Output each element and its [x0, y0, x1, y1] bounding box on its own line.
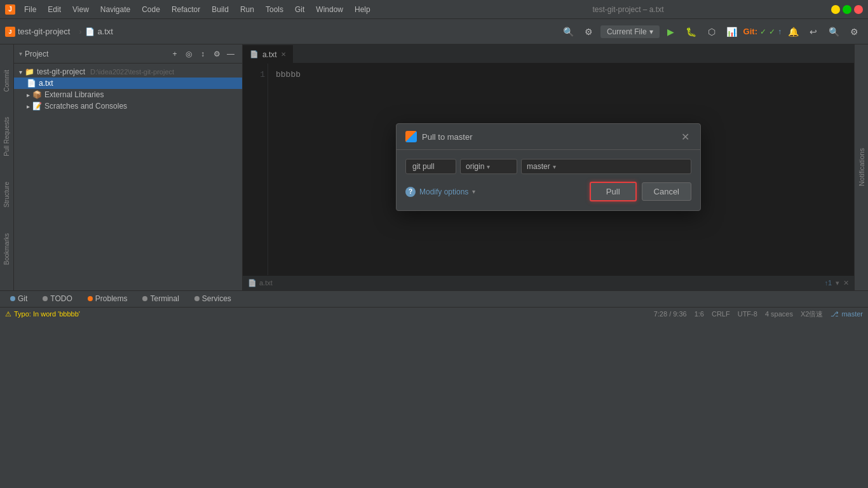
project-settings-button[interactable]: ⚙	[210, 48, 223, 60]
status-zoom: X2倍速	[801, 309, 823, 319]
cancel-button[interactable]: Cancel	[642, 182, 691, 201]
menu-window[interactable]: Window	[311, 4, 348, 15]
current-file-dropdown[interactable]: Current File ▾	[600, 25, 660, 38]
branch-value: master	[527, 162, 550, 171]
tree-item-external[interactable]: ▸ 📦 External Libraries	[14, 89, 242, 100]
status-indent[interactable]: 4 spaces	[765, 310, 793, 318]
bottom-tab-problems[interactable]: Problems	[83, 293, 133, 304]
status-branch[interactable]: ⎇ master	[831, 310, 863, 318]
project-tree: ▾ 📁 test-git-project D:\idea2022\test-gi…	[14, 64, 242, 290]
main-toolbar: J test-git-project › 📄 a.txt 🔍 ⚙ Current…	[0, 19, 868, 44]
remote-chevron-icon: ▾	[487, 163, 490, 170]
pull-button[interactable]: Pull	[590, 182, 637, 201]
tree-expand-icon: ▾	[19, 69, 22, 76]
minimize-button[interactable]	[831, 5, 840, 14]
project-panel-actions: + ◎ ↕ ⚙ —	[168, 48, 237, 60]
toolbar-project-name: test-git-project	[18, 27, 70, 36]
tree-item-root[interactable]: ▾ 📁 test-git-project D:\idea2022\test-gi…	[14, 66, 242, 78]
terminal-tab-dot	[142, 296, 147, 301]
dialog-overlay: Pull to master ✕ git pull origin ▾ maste…	[243, 44, 854, 290]
modify-options-label: Modify options	[419, 187, 468, 196]
debug-button[interactable]: 🐛	[682, 23, 700, 41]
bookmarks-panel-label[interactable]: Bookmarks	[3, 233, 10, 265]
coverage-button[interactable]: ⬡	[703, 23, 721, 41]
window-controls	[831, 5, 863, 14]
notifications-label[interactable]: Notifications	[858, 148, 865, 186]
left-panel-labels: Commit Pull Requests Structure Bookmarks	[0, 44, 14, 290]
dialog-title: Pull to master	[422, 132, 674, 142]
menu-refactor[interactable]: Refactor	[166, 4, 205, 15]
dialog-buttons: Pull Cancel	[590, 182, 691, 201]
services-tab-label: Services	[202, 294, 231, 303]
menu-help[interactable]: Help	[349, 4, 376, 15]
modify-options-button[interactable]: ? Modify options ▾	[405, 187, 475, 197]
settings2-button[interactable]: ⚙	[845, 23, 863, 41]
run-button[interactable]: ▶	[662, 23, 680, 41]
project-expand-button[interactable]: ↕	[196, 48, 209, 60]
menu-code[interactable]: Code	[137, 4, 165, 15]
tree-scratches-expand-icon: ▸	[27, 103, 30, 110]
branch-dropdown[interactable]: master ▾	[521, 159, 691, 174]
remote-dropdown[interactable]: origin ▾	[460, 159, 517, 174]
notification-button[interactable]: 🔔	[784, 23, 802, 41]
current-file-chevron-icon: ▾	[649, 27, 653, 36]
status-bar: ⚠ Typo: In word 'bbbbb' 7:28 / 9:36 1:6 …	[0, 307, 868, 321]
title-bar: J File Edit View Navigate Code Refactor …	[0, 0, 868, 19]
terminal-tab-label: Terminal	[150, 294, 179, 303]
commit-panel-label[interactable]: Commit	[3, 70, 10, 92]
git-command-label: git pull	[405, 159, 456, 174]
status-encoding[interactable]: CRLF	[712, 310, 730, 318]
right-sidebar: Notifications	[854, 44, 868, 290]
menu-file[interactable]: File	[19, 4, 41, 15]
menu-edit[interactable]: Edit	[43, 4, 66, 15]
status-position[interactable]: 1:6	[695, 310, 704, 318]
git-tab-label: Git	[18, 294, 27, 303]
project-panel: ▾ Project + ◎ ↕ ⚙ — ▾ 📁 test-git-project…	[14, 44, 243, 290]
modify-options-icon: ?	[405, 187, 416, 197]
tree-scratches-label: Scratches and Consoles	[44, 102, 127, 111]
menu-git[interactable]: Git	[290, 4, 309, 15]
menu-run[interactable]: Run	[235, 4, 259, 15]
bottom-tab-git[interactable]: Git	[5, 293, 32, 304]
settings-button[interactable]: ⚙	[580, 23, 598, 41]
search-button[interactable]: 🔍	[825, 23, 843, 41]
git-label-icon: Git:	[743, 27, 757, 36]
maximize-button[interactable]	[843, 5, 851, 14]
tree-file-icon: 📄	[27, 79, 36, 88]
menu-navigate[interactable]: Navigate	[95, 4, 135, 15]
bottom-tab-terminal[interactable]: Terminal	[137, 293, 184, 304]
dialog-command-row: git pull origin ▾ master ▾	[405, 159, 691, 174]
git-tab-dot	[10, 296, 15, 301]
menu-build[interactable]: Build	[207, 4, 234, 15]
problems-tab-label: Problems	[95, 294, 128, 303]
close-button[interactable]	[854, 5, 863, 14]
undo-button[interactable]: ↩	[804, 23, 822, 41]
project-add-button[interactable]: +	[168, 48, 181, 60]
tree-folder-icon: 📁	[25, 67, 34, 76]
project-hide-button[interactable]: —	[224, 48, 237, 60]
git-check2-icon: ✓	[769, 27, 775, 36]
bottom-tab-todo[interactable]: TODO	[37, 293, 77, 304]
dialog-close-button[interactable]: ✕	[679, 130, 691, 143]
branch-name: master	[841, 310, 863, 318]
profile-button[interactable]: 📊	[723, 23, 741, 41]
status-warning: ⚠ Typo: In word 'bbbbb'	[5, 310, 80, 318]
tree-item-file[interactable]: 📄 a.txt	[14, 78, 242, 89]
git-check-icon: ✓	[760, 27, 766, 36]
git-arrow-icon: ↑	[778, 27, 782, 36]
project-locate-button[interactable]: ◎	[182, 48, 195, 60]
search-everywhere-button[interactable]: 🔍	[560, 23, 578, 41]
branch-chevron-icon: ▾	[553, 163, 556, 170]
status-charset[interactable]: UTF-8	[738, 310, 757, 318]
bottom-tab-services[interactable]: Services	[189, 293, 236, 304]
todo-tab-label: TODO	[50, 294, 72, 303]
menu-tools[interactable]: Tools	[261, 4, 288, 15]
pull-requests-panel-label[interactable]: Pull Requests	[3, 117, 10, 156]
dialog-body: git pull origin ▾ master ▾ ?	[397, 150, 700, 210]
warning-text: Typo: In word 'bbbbb'	[14, 310, 80, 318]
structure-panel-label[interactable]: Structure	[3, 182, 10, 208]
tree-item-scratches[interactable]: ▸ 📝 Scratches and Consoles	[14, 100, 242, 112]
dialog-options-row: ? Modify options ▾ Pull Cancel	[405, 182, 691, 201]
tree-external-expand-icon: ▸	[27, 92, 30, 98]
menu-view[interactable]: View	[67, 4, 94, 15]
